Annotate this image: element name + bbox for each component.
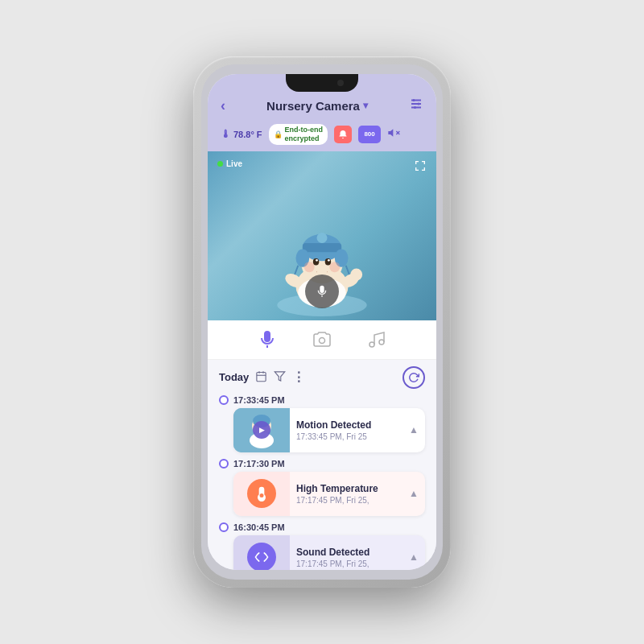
event-subtitle-motion: 17:33:45 PM, Fri 25 — [296, 432, 402, 441]
today-label: Today — [219, 371, 249, 383]
svg-point-3 — [413, 99, 415, 101]
event-motion: 17:33:45 PM ▶ — [219, 395, 425, 452]
phone-frame: ‹ Nursery Camera ▾ — [193, 56, 451, 588]
notch-camera — [337, 80, 344, 86]
expand-icon-sound[interactable]: ▲ — [409, 551, 419, 563]
event-title-motion: Motion Detected — [296, 419, 402, 431]
temperature-badge: 🌡 78.8° F — [221, 128, 262, 140]
event-subtitle-sound: 17:17:45 PM, Fri 25, — [296, 559, 402, 568]
more-options-icon[interactable]: ⋮ — [292, 369, 305, 385]
controls-bar — [208, 320, 436, 360]
event-card-motion[interactable]: ▶ Motion Detected 17:33:45 PM, Fri 25 ▲ — [233, 408, 425, 452]
event-info-motion: Motion Detected 17:33:45 PM, Fri 25 — [290, 415, 409, 446]
event-dot-sound — [219, 522, 229, 532]
refresh-button[interactable] — [402, 366, 425, 389]
event-thumb-sound — [233, 535, 290, 570]
svg-point-35 — [379, 340, 384, 345]
event-thumb-motion: ▶ — [233, 408, 290, 452]
title-chevron-icon[interactable]: ▾ — [363, 100, 368, 111]
filter-icon[interactable] — [274, 370, 286, 385]
quality-badge: 800 — [358, 126, 381, 143]
play-button[interactable]: ▶ — [253, 421, 270, 439]
event-info-sound: Sound Detected 17:17:45 PM, Fri 25, — [290, 542, 409, 570]
encryption-label: End-to-endencrypted — [285, 126, 324, 143]
status-bar: 🌡 78.8° F 🔒 End-to-endencrypted 800 — [208, 121, 436, 151]
phone-inner: ‹ Nursery Camera ▾ — [201, 64, 443, 580]
expand-icon-motion[interactable]: ▲ — [409, 424, 419, 436]
temperature-event-icon — [247, 479, 276, 508]
event-time-temp: 17:17:30 PM — [233, 459, 285, 469]
fullscreen-button[interactable] — [414, 159, 427, 175]
event-thumb-temp — [233, 472, 290, 516]
back-button[interactable]: ‹ — [221, 97, 225, 114]
event-dot-temp — [219, 459, 229, 469]
svg-point-25 — [328, 259, 330, 262]
event-time-motion: 17:33:45 PM — [233, 395, 285, 405]
event-subtitle-temp: 17:17:45 PM, Fri 25, — [296, 496, 402, 505]
svg-marker-40 — [275, 371, 286, 380]
svg-point-30 — [350, 268, 362, 280]
svg-point-33 — [320, 337, 325, 343]
mic-button-video[interactable] — [305, 275, 339, 308]
svg-rect-14 — [303, 243, 341, 252]
svg-marker-6 — [388, 129, 393, 136]
phone-notch — [286, 74, 358, 92]
svg-point-28 — [329, 262, 340, 272]
live-badge: Live — [217, 159, 242, 168]
mic-control-button[interactable] — [258, 330, 277, 349]
svg-point-27 — [304, 262, 315, 272]
event-title-temp: High Temperature — [296, 483, 402, 494]
live-label: Live — [226, 159, 242, 168]
encryption-badge: 🔒 End-to-endencrypted — [269, 124, 328, 145]
camera-control-button[interactable] — [312, 330, 332, 349]
camera-name-label: Nursery Camera — [266, 99, 360, 113]
svg-rect-36 — [257, 372, 266, 381]
lock-icon: 🔒 — [274, 130, 283, 138]
timeline-events: 17:33:45 PM ▶ — [208, 395, 436, 570]
event-title-sound: Sound Detected — [296, 547, 402, 558]
svg-point-4 — [418, 103, 420, 105]
mute-button[interactable] — [387, 126, 400, 142]
calendar-icon[interactable] — [255, 370, 267, 385]
event-sound: 16:30:45 PM — [219, 522, 425, 570]
event-dot — [219, 395, 229, 405]
live-dot — [217, 161, 223, 167]
expand-icon-temp[interactable]: ▲ — [409, 488, 419, 499]
event-card-temp[interactable]: High Temperature 17:17:45 PM, Fri 25, ▲ — [233, 472, 425, 516]
svg-point-34 — [369, 342, 374, 347]
thermometer-icon: 🌡 — [221, 128, 231, 140]
phone-screen: ‹ Nursery Camera ▾ — [208, 74, 436, 570]
event-info-temp: High Temperature 17:17:45 PM, Fri 25, — [290, 478, 409, 510]
timeline-header: Today ⋮ — [208, 360, 436, 395]
alert-badge[interactable] — [334, 126, 352, 143]
svg-point-5 — [414, 106, 416, 109]
music-control-button[interactable] — [367, 330, 386, 349]
settings-button[interactable] — [409, 97, 423, 114]
event-time-sound: 16:30:45 PM — [233, 522, 285, 532]
header-title: Nursery Camera ▾ — [266, 99, 368, 113]
svg-point-23 — [325, 258, 331, 265]
svg-point-21 — [317, 233, 328, 243]
svg-point-24 — [316, 259, 318, 262]
event-temperature: 17:17:30 PM High Tem — [219, 459, 425, 516]
event-card-sound[interactable]: Sound Detected 17:17:45 PM, Fri 25, ▲ — [233, 535, 425, 570]
timeline-section: Today ⋮ — [208, 360, 436, 570]
svg-point-22 — [313, 258, 319, 265]
temperature-value: 78.8° F — [233, 130, 262, 139]
sound-event-icon — [247, 543, 276, 570]
video-container[interactable]: Live — [208, 151, 436, 320]
